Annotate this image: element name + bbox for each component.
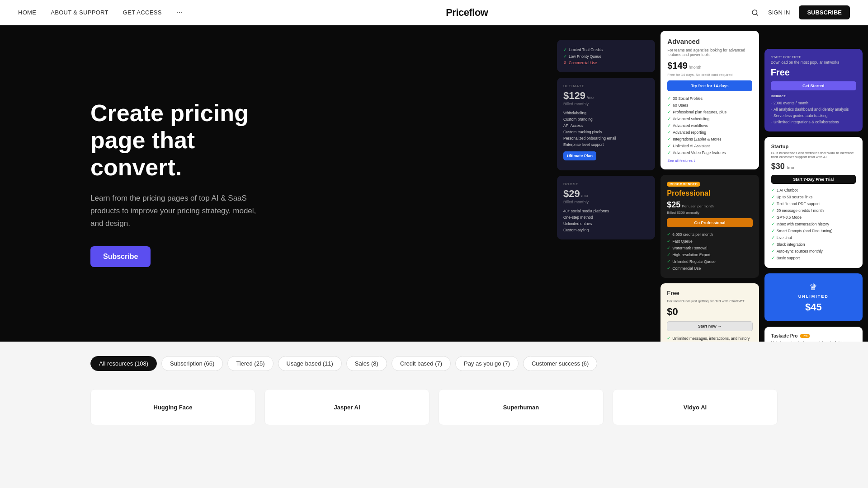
pricing-card-advanced: Advanced For teams and agencies looking … (660, 31, 759, 169)
pricing-card-taskade: Taskade Pro Pro Unlock premium features … (764, 327, 863, 342)
nav-more[interactable]: ··· (176, 8, 183, 17)
free-start-button[interactable]: Start now → (667, 321, 752, 331)
hero-cta-button[interactable]: Subscribe (90, 246, 151, 267)
nav-right: SIGN IN SUBSCRIBE (751, 5, 850, 19)
hero-title: Create pricing page that convert. (90, 100, 262, 181)
pricing-card-free-purple: START FOR FREE Download on the most popu… (764, 49, 863, 131)
hero-section: Create pricing page that convert. Learn … (0, 25, 868, 342)
pricing-card-boost: BOOST $29 /mo Billed monthly 40+ social … (557, 176, 655, 239)
ultimate-plan-button[interactable]: Ultimate Plan (563, 151, 596, 160)
pricing-card-startup: Startup Built businesses and websites th… (764, 137, 863, 268)
filter-customer[interactable]: Customer success (6) (523, 356, 597, 371)
pricing-cards-mosaic: ✓ Limited Trial Credits ✓ Low Priority Q… (552, 25, 868, 342)
svg-line-1 (756, 14, 758, 15)
pricing-card-trial: ✓ Limited Trial Credits ✓ Low Priority Q… (557, 40, 655, 72)
professional-button[interactable]: Go Professional (667, 218, 752, 227)
filter-sales[interactable]: Sales (8) (346, 356, 387, 371)
search-icon[interactable] (751, 9, 759, 17)
filter-tabs: All resources (108) Subscription (66) Ti… (90, 356, 778, 371)
resource-card-vidyo[interactable]: Vidyo AI (613, 389, 778, 425)
filter-all[interactable]: All resources (108) (90, 356, 157, 371)
resource-card-jasper[interactable]: Jasper AI (264, 389, 429, 425)
pricing-card-ultimate: ULTIMATE $129 /mo Billed monthly Whitela… (557, 78, 655, 170)
sign-in-button[interactable]: SIGN IN (768, 9, 790, 16)
filter-subscription[interactable]: Subscription (66) (161, 356, 223, 371)
free-getstarted-button[interactable]: Get Started (771, 81, 856, 90)
nav-home[interactable]: HOME (18, 9, 36, 16)
pricing-card-unlimited: ♛ UNLIMITED $45 (764, 273, 863, 321)
svg-point-0 (752, 10, 757, 15)
nav-links: HOME ABOUT & SUPPORT GET ACCESS ··· (18, 8, 183, 17)
nav-access[interactable]: GET ACCESS (123, 9, 162, 16)
nav-about[interactable]: ABOUT & SUPPORT (51, 9, 108, 16)
subscribe-button[interactable]: SUBSCRIBE (799, 5, 850, 19)
pricing-card-free-chatgpt: Free For individuals just getting starte… (660, 283, 759, 342)
hero-description: Learn from the pricing pages of top AI &… (90, 192, 262, 230)
advanced-trial-button[interactable]: Try free for 14-days (667, 80, 752, 91)
filter-tiered[interactable]: Tiered (25) (227, 356, 273, 371)
filter-credit[interactable]: Credit based (7) (392, 356, 451, 371)
resource-grid: Hugging Face Jasper AI Superhuman Vidyo … (0, 382, 868, 443)
filter-section: All resources (108) Subscription (66) Ti… (0, 342, 868, 382)
resource-card-superhuman[interactable]: Superhuman (439, 389, 604, 425)
startup-trial-button[interactable]: Start 7-Day Free Trial (771, 175, 856, 184)
filter-usage[interactable]: Usage based (11) (278, 356, 342, 371)
resource-card-hugging[interactable]: Hugging Face (90, 389, 255, 425)
hero-content: Create pricing page that convert. Learn … (0, 64, 262, 303)
pricing-card-professional: Recommended Professional $25 Per user, p… (660, 175, 759, 278)
brand-logo: Priceflow (446, 7, 488, 19)
navbar: HOME ABOUT & SUPPORT GET ACCESS ··· Pric… (0, 0, 868, 25)
filter-payg[interactable]: Pay as you go (7) (455, 356, 519, 371)
